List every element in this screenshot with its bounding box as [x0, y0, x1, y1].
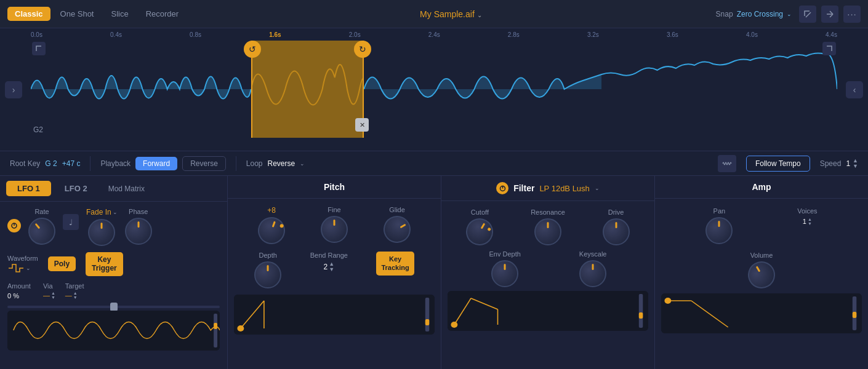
keyscale-knob[interactable] [579, 260, 606, 287]
waveform-dropdown-icon: ⌄ [26, 265, 31, 271]
pan-knob[interactable] [705, 217, 733, 244]
loop-start-handle[interactable]: ↺ [244, 41, 261, 58]
amount-slider-thumb[interactable] [110, 303, 118, 311]
voices-value[interactable]: 1 ▲▼ [803, 217, 812, 226]
loop-dropdown-icon: ⌄ [300, 161, 305, 167]
sep1 [90, 156, 90, 171]
snap-label: Snap [716, 10, 733, 18]
via-stepper[interactable]: ▲▼ [51, 291, 55, 300]
amount-label: Amount [7, 282, 31, 290]
depth-knob-group: Depth [254, 252, 281, 288]
waveform-display-btn[interactable] [718, 155, 736, 172]
drive-knob[interactable] [603, 218, 630, 245]
pan-knob-group: Pan [705, 207, 733, 244]
mode-tabs: Classic One Shot Slice Recorder [7, 7, 186, 21]
synth-panel: LFO 1 LFO 2 Mod Matrix Rate ♩ [0, 176, 868, 369]
speed-label: Speed [820, 159, 842, 168]
waveform-section: 0.0s 0.4s 0.8s 1.6s 2.0s 2.4s 2.8s 3.2s … [0, 28, 868, 151]
lfo-content: Rate ♩ Fade In ⌄ Phase [0, 202, 227, 359]
speed-stepper[interactable]: ▲ ▼ [853, 158, 858, 169]
voices-stepper[interactable]: ▲▼ [808, 217, 812, 226]
tab-recorder[interactable]: Recorder [139, 7, 186, 21]
forward-btn[interactable]: Forward [135, 157, 177, 170]
bend-range-stepper[interactable]: ▲▼ [329, 261, 334, 272]
via-value[interactable]: — ▲▼ [43, 291, 55, 300]
fade-knob[interactable] [88, 219, 115, 246]
loop-value[interactable]: Reverse [268, 159, 295, 168]
amount-slider[interactable] [7, 306, 220, 308]
pitch-envelope [234, 295, 435, 335]
target-label: Target [65, 282, 84, 290]
phase-knob[interactable] [125, 218, 152, 245]
amount-group: Amount 0 % [7, 282, 31, 300]
svg-rect-7 [7, 311, 220, 351]
tab-one-shot[interactable]: One Shot [53, 7, 102, 21]
lfo2-tab[interactable]: LFO 2 [54, 181, 98, 196]
file-title[interactable]: My Sample.aif ⌄ [186, 9, 715, 19]
key-trigger-btn[interactable]: KeyTrigger [86, 252, 123, 276]
filter-content: Cutoff Resonance Drive Env Depth [441, 201, 654, 369]
key-tracking-btn[interactable]: KeyTracking [376, 252, 414, 276]
lfo-row1: Rate ♩ Fade In ⌄ Phase [7, 208, 220, 246]
volume-knob[interactable] [743, 256, 780, 293]
filter-title-row: Filter LP 12dB Lush ⌄ [441, 176, 654, 201]
lfo-envelope [7, 311, 220, 351]
target-value[interactable]: — ▲▼ [65, 291, 84, 300]
svg-rect-15 [425, 319, 430, 325]
lfo-power-btn[interactable] [7, 219, 21, 232]
env-depth-knob[interactable] [491, 260, 518, 287]
tab-slice[interactable]: Slice [103, 7, 135, 21]
more-options-btn[interactable]: ··· [843, 6, 861, 23]
resonance-knob[interactable] [534, 218, 561, 245]
svg-rect-9 [214, 323, 217, 329]
timeline-ruler: 0.0s 0.4s 0.8s 1.6s 2.0s 2.4s 2.8s 3.2s … [0, 28, 868, 41]
loop-region[interactable]: ↺ ↻ ✕ [251, 41, 364, 138]
waveform-canvas: ↺ ↻ ✕ G2 [31, 41, 837, 138]
target-stepper[interactable]: ▲▼ [73, 291, 78, 300]
svg-rect-14 [425, 298, 430, 331]
loop-end-handle[interactable]: ↻ [354, 41, 371, 58]
mod-matrix-tab[interactable]: Mod Matrix [101, 181, 152, 196]
controls-bar: Root Key G 2 +47 c Playback Forward Reve… [0, 151, 868, 176]
waveform-nav-right[interactable]: ‹ [846, 81, 863, 98]
depth-knob[interactable] [254, 261, 281, 288]
snap-value[interactable]: Zero Crossing [737, 10, 783, 18]
collapse-icon-btn[interactable] [799, 6, 816, 23]
rate-label: Rate [34, 208, 49, 215]
reverse-btn[interactable]: Reverse [182, 156, 226, 171]
bend-range-group: Bend Range 2 ▲▼ [310, 252, 348, 272]
speed-value[interactable]: 1 [846, 159, 850, 168]
fade-selector[interactable]: Fade In ⌄ [86, 208, 118, 216]
playback-group: Playback Forward Reverse [100, 156, 225, 171]
speed-ctrl: Speed 1 ▲ ▼ [820, 158, 858, 169]
glide-knob[interactable] [379, 211, 416, 248]
waveform-nav-left[interactable]: › [5, 81, 22, 98]
corner-tag-tr [822, 42, 836, 55]
ruler-marks: 0.0s 0.4s 0.8s 1.6s 2.0s 2.4s 2.8s 3.2s … [31, 31, 837, 38]
via-target-row: Via — ▲▼ Target — ▲▼ [43, 282, 84, 300]
bend-range-value[interactable]: 2 ▲▼ [324, 261, 335, 272]
lfo-tabs: LFO 1 LFO 2 Mod Matrix [0, 176, 227, 202]
fine-knob[interactable] [321, 216, 348, 243]
filter-type[interactable]: LP 12dB Lush [539, 184, 589, 193]
root-key-value[interactable]: G 2 [45, 159, 57, 168]
cutoff-label: Cutoff [471, 208, 489, 216]
semitone-knob[interactable] [254, 213, 289, 248]
playback-label: Playback [100, 159, 131, 168]
follow-tempo-btn[interactable]: Follow Tempo [746, 156, 810, 172]
fine-label: Fine [328, 206, 340, 213]
filter-knobs-row1: Cutoff Resonance Drive [448, 205, 648, 249]
rate-knob[interactable] [23, 212, 61, 250]
tab-classic[interactable]: Classic [7, 7, 50, 21]
lfo1-tab[interactable]: LFO 1 [6, 181, 51, 196]
cutoff-knob[interactable] [461, 213, 498, 250]
loop-close-handle[interactable]: ✕ [355, 118, 369, 132]
via-label: Via [43, 282, 55, 290]
poly-btn[interactable]: Poly [48, 256, 76, 271]
expand-icon-btn[interactable] [821, 6, 838, 23]
filter-power-btn[interactable] [496, 182, 508, 194]
corner-tag-tl [32, 42, 46, 55]
waveform-selector[interactable]: ⌄ [7, 263, 38, 273]
note-icon-btn[interactable]: ♩ [63, 214, 79, 230]
cents-value: +47 c [62, 159, 81, 168]
